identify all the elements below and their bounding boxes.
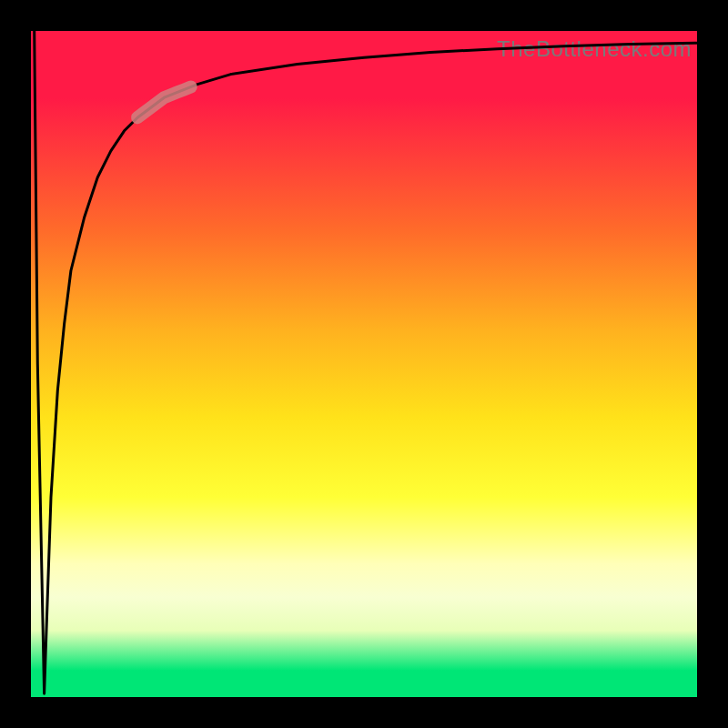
plot-area: TheBottleneck.com	[31, 31, 697, 697]
watermark-label: TheBottleneck.com	[497, 36, 692, 62]
highlight-segment	[137, 87, 191, 118]
chart-frame: TheBottleneck.com	[0, 0, 728, 728]
curve-layer	[31, 31, 697, 697]
main-curve	[35, 31, 697, 693]
